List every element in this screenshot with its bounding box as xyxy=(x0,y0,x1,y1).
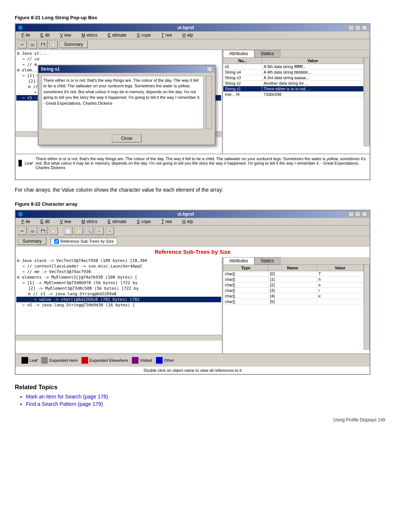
col-type2: Type xyxy=(223,265,269,271)
vert-scrollbar-attr2[interactable] xyxy=(364,265,370,350)
window1-title: vt.hprof xyxy=(177,25,194,30)
tree-item2[interactable]: → // me -> VecTest3@74acf930 xyxy=(16,269,221,275)
tab-attributes1[interactable]: Attributes xyxy=(223,50,254,57)
menu-edit[interactable]: Edit xyxy=(37,32,51,38)
vert-scrollbar-attr1[interactable] xyxy=(364,57,370,146)
tree-item2[interactable]: → // contextClassLoader -> sun.misc.Laun… xyxy=(16,263,221,269)
menu2-scope[interactable]: Scope xyxy=(134,219,152,225)
toolbar2-btn8[interactable]: → xyxy=(105,227,114,235)
dialog-titlebar: String s1 ✕ xyxy=(39,65,215,73)
toolbar2-btn1[interactable]: 🗂 xyxy=(28,227,37,235)
menu2-estimate[interactable]: Estimate xyxy=(105,219,128,225)
horiz-scrollbar2[interactable] xyxy=(16,335,222,341)
summary-button2[interactable]: Summary xyxy=(18,238,46,245)
toolbar2-btn3[interactable]: 📋 xyxy=(49,227,58,235)
close-button[interactable]: ✕ xyxy=(361,25,367,30)
checkbox-container[interactable]: Reference Sub-Trees by Size xyxy=(51,238,117,245)
table-row[interactable]: char[] [1] h xyxy=(223,277,364,282)
menu2-metrics[interactable]: Metrics xyxy=(79,219,99,225)
legend-expanded-elsewhere: Expanded Elsewhere xyxy=(81,357,128,364)
other-icon xyxy=(156,357,163,364)
tree-item2[interactable]: → s5 -> java.lang.String@73db9d38 (16 by… xyxy=(16,302,221,308)
tree-body2[interactable]: ⊟ Java stack -> VecTest3@74acf930 (109 b… xyxy=(16,257,222,335)
menu2-file[interactable]: File xyxy=(19,219,31,225)
table-row[interactable]: char[] [3] r xyxy=(223,288,364,293)
maximize-button2[interactable]: □ xyxy=(355,212,361,217)
window2-body: Reference Sub-Trees by Size ⊟ Java stack… xyxy=(16,246,370,374)
maximize-button[interactable]: □ xyxy=(355,25,361,30)
table-row[interactable]: char[] [4] e xyxy=(223,293,364,299)
related-link-1[interactable]: Mark an Item for Search (page 178) xyxy=(26,394,108,400)
table-row[interactable]: char[] [2] e xyxy=(223,282,364,288)
table-row[interactable]: char[] [5] xyxy=(223,299,364,304)
toolbar-btn3[interactable]: 📋 xyxy=(49,40,58,48)
table-row[interactable]: String s4 A 4th data string bbbbbb... xyxy=(223,70,364,75)
dialog-scrollbar[interactable] xyxy=(206,76,212,129)
checkbox-label: Reference Sub-Trees by Size xyxy=(60,239,114,243)
tree-item2[interactable]: ⊟ // s1 -> java.lang.String@6d2269a8 xyxy=(16,291,221,297)
cell-value: T xyxy=(317,271,363,277)
tree-item2[interactable]: → value -> char[]@6d2269c0 (782 bytes) [… xyxy=(16,297,221,302)
tree-item[interactable]: → // co xyxy=(16,56,221,62)
window1-menubar: File Edit View Metrics Estimate Scope Tr… xyxy=(16,31,370,39)
cell-value: r xyxy=(317,288,363,293)
menu2-view[interactable]: View xyxy=(57,219,73,225)
cell-name: [4] xyxy=(269,293,317,299)
table-row[interactable]: Inte... f4 73d0c598 xyxy=(223,92,364,97)
toolbar-btn1[interactable]: 🗂 xyxy=(28,40,37,48)
menu2-tree[interactable]: Tree xyxy=(159,219,174,225)
legend-visited: Visited xyxy=(132,357,152,364)
dialog-close-x[interactable]: ✕ xyxy=(207,67,213,72)
minimize-button2[interactable]: _ xyxy=(348,212,354,217)
toolbar2-btn5[interactable]: 📁 xyxy=(74,227,83,235)
related-link-2[interactable]: Find a Search Pattern (page 179) xyxy=(26,401,103,407)
cell-name: String s2 xyxy=(223,81,262,86)
tree-item[interactable]: ⊟ Java st... xyxy=(16,51,221,56)
tree-item2[interactable]: ⊟ Java stack -> VecTest3@74acf930 (109 b… xyxy=(16,258,221,263)
menu-tree[interactable]: Tree xyxy=(159,32,174,38)
close-button2[interactable]: ✕ xyxy=(361,212,367,217)
toolbar2-btn2[interactable]: 💾 xyxy=(39,227,47,235)
toolbar-btn2[interactable]: 💾 xyxy=(39,40,47,48)
menu2-edit[interactable]: Edit xyxy=(37,219,51,225)
table-row[interactable]: String s2 Another data string for ... xyxy=(223,81,364,86)
window1-titlebar: 🔵 vt.hprof _ □ ✕ xyxy=(16,24,370,31)
string-popup-dialog: String s1 ✕ There either is or is not, t… xyxy=(38,65,216,145)
bottom-text: There either is or is not, that's the wa… xyxy=(36,156,367,170)
window2-toolbar2: Summary Reference Sub-Trees by Size xyxy=(16,236,370,246)
tree-item2[interactable]: → [1] -> MyElement3@73d0b978 (56 bytes) … xyxy=(16,280,221,286)
ref-subtrees-checkbox[interactable] xyxy=(54,239,59,244)
summary-button1[interactable]: Summary xyxy=(59,41,88,48)
menu-scope[interactable]: Scope xyxy=(134,32,152,38)
tree-panel2: ⊟ Java stack -> VecTest3@74acf930 (109 b… xyxy=(16,257,223,353)
figure2-caption: Figure 8-22 Character array xyxy=(15,201,385,207)
tree-item2[interactable]: [2] -> MyElement3@73d0c508 (56 bytes) [7… xyxy=(16,286,221,291)
dialog-text: There either is or is not, that's the wa… xyxy=(41,76,204,129)
toolbar2-btn4[interactable]: 📄 xyxy=(64,227,73,235)
menu-help[interactable]: Help xyxy=(179,32,194,38)
tab-attributes2[interactable]: Attributes xyxy=(223,257,254,265)
cell-name: [0] xyxy=(269,271,317,277)
toolbar-undo[interactable]: ↩ xyxy=(18,40,27,48)
cell-value: A 3rd data string aaaaa... xyxy=(262,75,363,81)
toolbar2-btn7[interactable]: ← xyxy=(95,227,104,235)
tab-statics2[interactable]: Statics xyxy=(254,257,280,265)
table-row[interactable]: String s1 There either is or is not, ... xyxy=(223,86,364,92)
tree-item2[interactable]: ⊟ elements -> MyElement3[]@74afb930 (100… xyxy=(16,275,221,280)
table-row[interactable]: char[] [0] T xyxy=(223,271,364,277)
menu-metrics[interactable]: Metrics xyxy=(79,32,99,38)
list-item: Find a Search Pattern (page 179) xyxy=(26,401,385,407)
dialog-close-button[interactable]: Close xyxy=(112,134,142,142)
col-name2: Name xyxy=(269,265,317,271)
minimize-button[interactable]: _ xyxy=(348,25,354,30)
table-row[interactable]: String s3 A 3rd data string aaaaa... xyxy=(223,75,364,81)
toolbar2-btn6[interactable]: 🔍 xyxy=(84,227,93,235)
toolbar2-undo[interactable]: ↩ xyxy=(18,227,27,235)
menu2-help[interactable]: Help xyxy=(179,219,194,225)
table-row[interactable]: s5 A 5th data string ffffffff... xyxy=(223,64,364,70)
legend-items: Leaf Expanded Here Expanded Elsewhere Vi… xyxy=(19,356,367,365)
menu-view[interactable]: View xyxy=(57,32,73,38)
menu-file[interactable]: File xyxy=(19,32,31,38)
tab-statics1[interactable]: Statics xyxy=(254,50,280,57)
menu-estimate[interactable]: Estimate xyxy=(105,32,128,38)
